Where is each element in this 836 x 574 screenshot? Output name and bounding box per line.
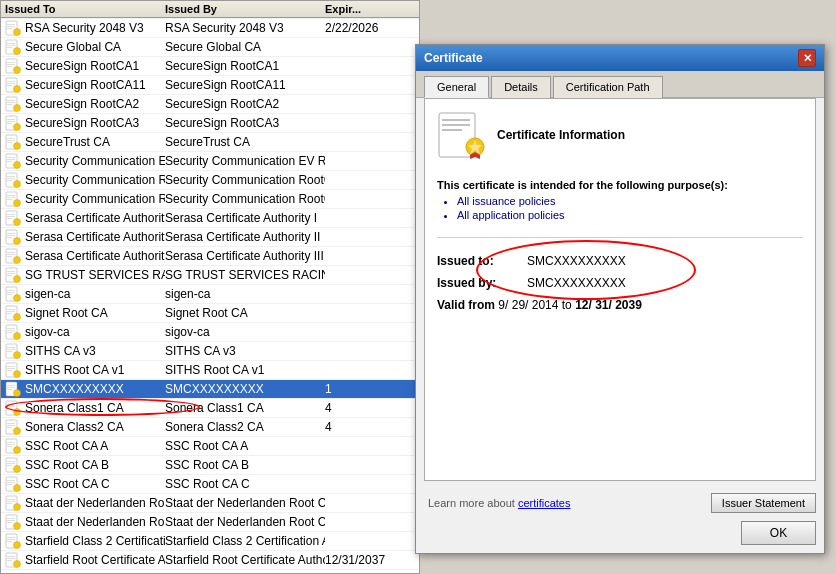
table-row[interactable]: SITHS CA v3 SITHS CA v3 [1,342,419,361]
table-row[interactable]: SecureSign RootCA1 SecureSign RootCA1 [1,57,419,76]
table-row[interactable]: RSA Security 2048 V3 RSA Security 2048 V… [1,19,419,38]
svg-rect-137 [7,501,15,502]
svg-point-154 [14,561,21,568]
svg-rect-68 [7,237,12,238]
cert-row-icon [5,210,21,226]
table-row[interactable]: Staat der Nederlanden Root CA ... Staat … [1,513,419,532]
svg-point-134 [14,485,21,492]
table-row[interactable]: Sonera Class2 CA Sonera Class2 CA 4 [1,418,419,437]
certificates-link[interactable]: certificates [518,497,571,509]
row-issued-to: SecureSign RootCA11 [25,78,146,92]
table-row[interactable]: SecureSign RootCA11 SecureSign RootCA11 [1,76,419,95]
svg-rect-71 [7,252,15,253]
table-row[interactable]: Security Communication Root... Security … [1,190,419,209]
svg-rect-138 [7,503,12,504]
svg-rect-17 [7,45,15,46]
table-row[interactable]: Secure Global CA Secure Global CA [1,38,419,57]
row-issued-by: Starfield Class 2 Certification Auth... [165,534,325,548]
col-issued-by: Issued By [165,3,325,15]
row-issued-by: SecureSign RootCA3 [165,116,325,130]
svg-rect-93 [7,332,12,333]
svg-rect-98 [7,351,12,352]
row-issued-to: SMCXXXXXXXXX [25,382,124,396]
cert-fields: Issued to: SMCXXXXXXXXX Issued by: SMCXX… [437,254,803,290]
svg-rect-133 [7,484,12,485]
tab-certification-path[interactable]: Certification Path [553,76,663,98]
valid-from: 9/ 29/ 2014 [498,298,558,312]
cert-row-icon [5,324,21,340]
svg-point-99 [14,352,21,359]
table-row[interactable]: Serasa Certificate Authority III Serasa … [1,247,419,266]
table-row[interactable]: SecureTrust CA SecureTrust CA [1,133,419,152]
cert-row-icon [5,58,21,74]
svg-point-139 [14,504,21,511]
svg-rect-122 [7,444,15,445]
table-row[interactable]: SITHS Root CA v1 SITHS Root CA v1 [1,361,419,380]
cert-row-icon [5,495,21,511]
cert-row-icon [5,533,21,549]
close-button[interactable]: ✕ [798,49,816,67]
row-issued-by: Staat der Nederlanden Root CA -... [165,515,325,529]
certificate-table: Issued To Issued By Expir... Registrador… [0,0,420,574]
table-row[interactable]: Sonera Class1 CA Sonera Class1 CA 4 [1,399,419,418]
issuer-statement-button[interactable]: Issuer Statement [711,493,816,513]
svg-rect-148 [7,541,12,542]
svg-rect-51 [7,176,15,177]
table-row[interactable]: Starfield Class 2 Certification A... Sta… [1,532,419,551]
table-row[interactable]: SecureSign RootCA3 SecureSign RootCA3 [1,114,419,133]
row-issued-to: SITHS Root CA v1 [25,363,124,377]
svg-rect-157 [442,124,470,126]
cert-row-icon [5,400,21,416]
certificate-icon [437,111,485,159]
svg-rect-61 [7,214,15,215]
table-row[interactable]: Security Communication Root... Security … [1,171,419,190]
svg-rect-153 [7,560,12,561]
row-issued-by: Secure Global CA [165,40,325,54]
svg-point-64 [14,219,21,226]
svg-rect-11 [7,24,15,25]
ok-button[interactable]: OK [741,521,816,545]
svg-rect-113 [7,408,12,409]
table-row[interactable]: Signet Root CA Signet Root CA [1,304,419,323]
dialog-title: Certificate [424,51,483,65]
table-row[interactable]: Starfield Root Certificate Autho... Star… [1,551,419,570]
tab-general[interactable]: General [424,76,489,98]
purpose-item: All issuance policies [457,195,803,207]
cert-row-icon [5,115,21,131]
svg-rect-97 [7,349,15,350]
tab-details[interactable]: Details [491,76,551,98]
dialog-content-area: Certificate Information This certificate… [424,98,816,481]
table-body[interactable]: Registradores de España - CA ... Registr… [1,18,419,570]
row-issued-to: SecureTrust CA [25,135,110,149]
table-row[interactable]: Serasa Certificate Authority II Serasa C… [1,228,419,247]
table-row[interactable]: SMCXXXXXXXXX SMCXXXXXXXXX 1 [1,380,419,399]
row-issued-by: SecureTrust CA [165,135,325,149]
table-row[interactable]: SG TRUST SERVICES RACINE SG TRUST SERVIC… [1,266,419,285]
table-row[interactable]: SSC Root CA A SSC Root CA A [1,437,419,456]
svg-rect-81 [7,290,15,291]
table-row[interactable]: Staat der Nederlanden Root CA Staat der … [1,494,419,513]
table-row[interactable]: SSC Root CA C SSC Root CA C [1,475,419,494]
row-issued-to: Sonera Class2 CA [25,420,124,434]
cert-row-icon [5,134,21,150]
cert-row-icon [5,381,21,397]
row-issued-to: Serasa Certificate Authority III [25,249,165,263]
cert-row-icon [5,191,21,207]
table-row[interactable]: sigov-ca sigov-ca [1,323,419,342]
row-issued-to: SecureSign RootCA2 [25,97,139,111]
svg-rect-41 [7,138,15,139]
table-row[interactable]: Security Communication EV Ro... Security… [1,152,419,171]
table-row[interactable]: Serasa Certificate Authority I Serasa Ce… [1,209,419,228]
svg-point-114 [14,409,21,416]
svg-rect-77 [7,273,15,274]
cert-row-icon [5,343,21,359]
svg-point-89 [14,314,21,321]
table-row[interactable]: SSC Root CA B SSC Root CA B [1,456,419,475]
table-row[interactable]: SecureSign RootCA2 SecureSign RootCA2 [1,95,419,114]
table-row[interactable]: sigen-ca sigen-ca [1,285,419,304]
row-issued-by: SecureSign RootCA11 [165,78,325,92]
row-issued-by: SecureSign RootCA2 [165,97,325,111]
issued-by-label: Issued by: [437,276,527,290]
cert-purpose-section: This certificate is intended for the fol… [437,179,803,221]
issued-by-row: Issued by: SMCXXXXXXXXX [437,276,803,290]
